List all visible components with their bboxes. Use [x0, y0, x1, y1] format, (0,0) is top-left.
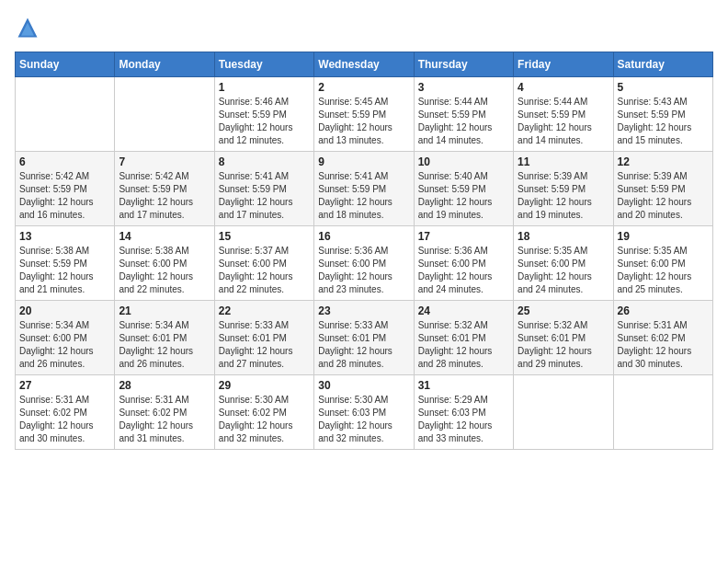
calendar-cell: 6Sunrise: 5:42 AM Sunset: 5:59 PM Daylig… [16, 152, 115, 226]
header [15, 15, 713, 40]
calendar-cell: 1Sunrise: 5:46 AM Sunset: 5:59 PM Daylig… [214, 77, 313, 152]
calendar-table: SundayMondayTuesdayWednesdayThursdayFrid… [15, 52, 713, 450]
day-info: Sunrise: 5:45 AM Sunset: 5:59 PM Dayligh… [318, 96, 409, 147]
calendar-cell: 18Sunrise: 5:35 AM Sunset: 6:00 PM Dayli… [514, 226, 613, 301]
day-info: Sunrise: 5:35 AM Sunset: 6:00 PM Dayligh… [618, 245, 709, 296]
day-info: Sunrise: 5:29 AM Sunset: 6:03 PM Dayligh… [418, 394, 509, 445]
calendar-cell [514, 375, 613, 450]
day-number: 10 [418, 155, 509, 168]
calendar-cell: 5Sunrise: 5:43 AM Sunset: 5:59 PM Daylig… [613, 77, 712, 152]
day-number: 23 [318, 304, 409, 317]
calendar-cell: 25Sunrise: 5:32 AM Sunset: 6:01 PM Dayli… [514, 301, 613, 375]
day-info: Sunrise: 5:40 AM Sunset: 5:59 PM Dayligh… [418, 170, 509, 222]
day-info: Sunrise: 5:37 AM Sunset: 6:00 PM Dayligh… [219, 245, 310, 296]
day-of-week-header: Wednesday [314, 52, 414, 77]
day-info: Sunrise: 5:34 AM Sunset: 6:01 PM Dayligh… [119, 319, 210, 371]
day-number: 20 [19, 304, 110, 317]
day-info: Sunrise: 5:31 AM Sunset: 6:02 PM Dayligh… [119, 394, 210, 445]
calendar-cell: 8Sunrise: 5:41 AM Sunset: 5:59 PM Daylig… [214, 152, 313, 226]
calendar-body: 1Sunrise: 5:46 AM Sunset: 5:59 PM Daylig… [16, 77, 713, 450]
calendar-cell: 11Sunrise: 5:39 AM Sunset: 5:59 PM Dayli… [514, 152, 613, 226]
day-info: Sunrise: 5:41 AM Sunset: 5:59 PM Dayligh… [318, 170, 409, 222]
day-info: Sunrise: 5:33 AM Sunset: 6:01 PM Dayligh… [219, 319, 310, 371]
day-of-week-header: Saturday [613, 52, 712, 77]
day-of-week-header: Thursday [414, 52, 513, 77]
day-info: Sunrise: 5:30 AM Sunset: 6:02 PM Dayligh… [219, 394, 310, 445]
day-number: 9 [318, 155, 409, 168]
day-number: 5 [618, 81, 709, 94]
calendar-header: SundayMondayTuesdayWednesdayThursdayFrid… [16, 52, 713, 77]
day-of-week-header: Friday [514, 52, 613, 77]
calendar-cell: 12Sunrise: 5:39 AM Sunset: 5:59 PM Dayli… [613, 152, 712, 226]
calendar-cell: 22Sunrise: 5:33 AM Sunset: 6:01 PM Dayli… [214, 301, 313, 375]
day-number: 22 [219, 304, 310, 317]
calendar-cell [115, 77, 214, 152]
day-number: 19 [618, 230, 709, 243]
calendar-cell: 27Sunrise: 5:31 AM Sunset: 6:02 PM Dayli… [16, 375, 115, 450]
calendar-week-row: 6Sunrise: 5:42 AM Sunset: 5:59 PM Daylig… [16, 152, 713, 226]
calendar-cell: 31Sunrise: 5:29 AM Sunset: 6:03 PM Dayli… [414, 375, 513, 450]
calendar-cell: 7Sunrise: 5:42 AM Sunset: 5:59 PM Daylig… [115, 152, 214, 226]
calendar-cell: 9Sunrise: 5:41 AM Sunset: 5:59 PM Daylig… [314, 152, 414, 226]
day-number: 17 [418, 230, 509, 243]
day-of-week-header: Sunday [16, 52, 115, 77]
day-info: Sunrise: 5:34 AM Sunset: 6:00 PM Dayligh… [19, 319, 110, 371]
day-number: 26 [618, 304, 709, 317]
day-info: Sunrise: 5:39 AM Sunset: 5:59 PM Dayligh… [518, 170, 609, 222]
day-info: Sunrise: 5:30 AM Sunset: 6:03 PM Dayligh… [318, 394, 409, 445]
day-number: 25 [518, 304, 609, 317]
calendar-cell: 2Sunrise: 5:45 AM Sunset: 5:59 PM Daylig… [314, 77, 414, 152]
day-info: Sunrise: 5:42 AM Sunset: 5:59 PM Dayligh… [119, 170, 210, 222]
calendar-cell: 14Sunrise: 5:38 AM Sunset: 6:00 PM Dayli… [115, 226, 214, 301]
day-number: 2 [318, 81, 409, 94]
day-info: Sunrise: 5:33 AM Sunset: 6:01 PM Dayligh… [318, 319, 409, 371]
calendar-cell: 24Sunrise: 5:32 AM Sunset: 6:01 PM Dayli… [414, 301, 513, 375]
day-number: 12 [618, 155, 709, 168]
day-number: 27 [19, 379, 110, 392]
calendar-week-row: 20Sunrise: 5:34 AM Sunset: 6:00 PM Dayli… [16, 301, 713, 375]
day-info: Sunrise: 5:36 AM Sunset: 6:00 PM Dayligh… [418, 245, 509, 296]
day-info: Sunrise: 5:38 AM Sunset: 5:59 PM Dayligh… [19, 245, 110, 296]
day-info: Sunrise: 5:44 AM Sunset: 5:59 PM Dayligh… [518, 96, 609, 147]
day-number: 14 [119, 230, 210, 243]
calendar-cell: 15Sunrise: 5:37 AM Sunset: 6:00 PM Dayli… [214, 226, 313, 301]
calendar-cell: 10Sunrise: 5:40 AM Sunset: 5:59 PM Dayli… [414, 152, 513, 226]
day-info: Sunrise: 5:36 AM Sunset: 6:00 PM Dayligh… [318, 245, 409, 296]
day-info: Sunrise: 5:42 AM Sunset: 5:59 PM Dayligh… [19, 170, 110, 222]
day-info: Sunrise: 5:32 AM Sunset: 6:01 PM Dayligh… [418, 319, 509, 371]
day-number: 18 [518, 230, 609, 243]
day-number: 28 [119, 379, 210, 392]
day-number: 3 [418, 81, 509, 94]
day-info: Sunrise: 5:35 AM Sunset: 6:00 PM Dayligh… [518, 245, 609, 296]
day-number: 16 [318, 230, 409, 243]
calendar-cell: 4Sunrise: 5:44 AM Sunset: 5:59 PM Daylig… [514, 77, 613, 152]
day-number: 29 [219, 379, 310, 392]
day-number: 24 [418, 304, 509, 317]
day-number: 21 [119, 304, 210, 317]
day-of-week-header: Tuesday [214, 52, 313, 77]
day-number: 1 [219, 81, 310, 94]
calendar-cell: 19Sunrise: 5:35 AM Sunset: 6:00 PM Dayli… [613, 226, 712, 301]
calendar-week-row: 27Sunrise: 5:31 AM Sunset: 6:02 PM Dayli… [16, 375, 713, 450]
day-info: Sunrise: 5:32 AM Sunset: 6:01 PM Dayligh… [518, 319, 609, 371]
day-info: Sunrise: 5:31 AM Sunset: 6:02 PM Dayligh… [19, 394, 110, 445]
days-of-week-row: SundayMondayTuesdayWednesdayThursdayFrid… [16, 52, 713, 77]
day-info: Sunrise: 5:38 AM Sunset: 6:00 PM Dayligh… [119, 245, 210, 296]
calendar-cell: 13Sunrise: 5:38 AM Sunset: 5:59 PM Dayli… [16, 226, 115, 301]
calendar-week-row: 1Sunrise: 5:46 AM Sunset: 5:59 PM Daylig… [16, 77, 713, 152]
day-number: 31 [418, 379, 509, 392]
calendar-cell: 23Sunrise: 5:33 AM Sunset: 6:01 PM Dayli… [314, 301, 414, 375]
calendar-cell: 29Sunrise: 5:30 AM Sunset: 6:02 PM Dayli… [214, 375, 313, 450]
logo [15, 15, 44, 40]
day-number: 15 [219, 230, 310, 243]
day-number: 13 [19, 230, 110, 243]
calendar-cell [16, 77, 115, 152]
calendar-cell: 26Sunrise: 5:31 AM Sunset: 6:02 PM Dayli… [613, 301, 712, 375]
day-of-week-header: Monday [115, 52, 214, 77]
day-info: Sunrise: 5:31 AM Sunset: 6:02 PM Dayligh… [618, 319, 709, 371]
calendar-cell [613, 375, 712, 450]
calendar-cell: 16Sunrise: 5:36 AM Sunset: 6:00 PM Dayli… [314, 226, 414, 301]
day-number: 8 [219, 155, 310, 168]
day-number: 30 [318, 379, 409, 392]
day-info: Sunrise: 5:46 AM Sunset: 5:59 PM Dayligh… [219, 96, 310, 147]
